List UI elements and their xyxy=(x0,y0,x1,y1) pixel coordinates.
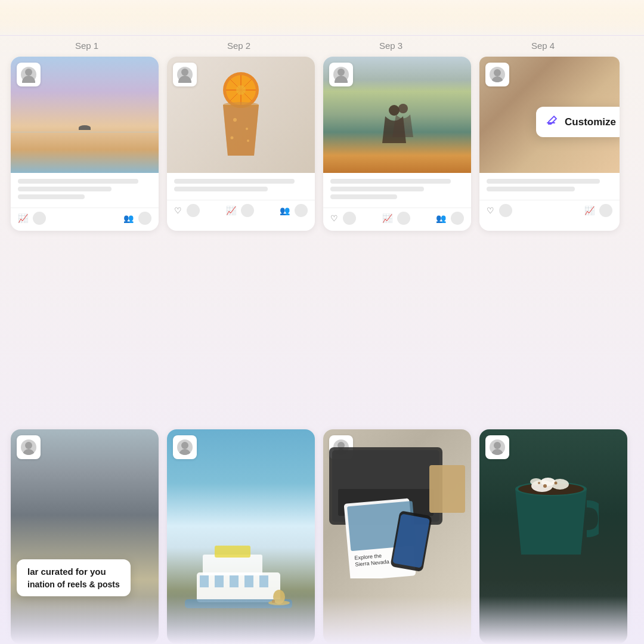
boat-svg xyxy=(185,543,292,626)
bottom-image-balcony: lar curated for you ination of reels & p… xyxy=(11,429,159,644)
text-line xyxy=(18,194,85,199)
svg-rect-16 xyxy=(203,555,262,575)
svg-point-7 xyxy=(223,102,259,108)
heart-icon[interactable]: ♡ xyxy=(330,213,338,223)
customize-label: Customize xyxy=(565,116,616,128)
card-image-yoga: Customize xyxy=(479,57,620,173)
card-body xyxy=(479,173,620,200)
footer-dot xyxy=(187,204,200,217)
footer-dot xyxy=(499,204,512,217)
avatar-badge xyxy=(329,63,353,86)
text-line xyxy=(330,179,451,184)
svg-rect-20 xyxy=(215,575,224,587)
text-line xyxy=(487,187,575,191)
heart-icon[interactable]: ♡ xyxy=(174,206,182,215)
text-line xyxy=(330,187,424,191)
svg-point-12 xyxy=(389,105,400,116)
card-body xyxy=(167,173,315,200)
text-line xyxy=(174,187,268,191)
text-line xyxy=(18,187,112,191)
svg-rect-14 xyxy=(547,122,555,123)
bottom-card-sep2 xyxy=(167,429,315,644)
svg-point-42 xyxy=(543,484,547,488)
bottom-tooltip: lar curated for you ination of reels & p… xyxy=(17,559,131,596)
bottom-card-sep4 xyxy=(479,429,627,644)
text-lines xyxy=(18,179,151,199)
svg-point-8 xyxy=(233,118,237,122)
svg-point-9 xyxy=(246,128,248,130)
svg-point-44 xyxy=(538,482,540,484)
chart-icon[interactable]: 📈 xyxy=(226,206,236,215)
svg-rect-22 xyxy=(244,575,253,587)
footer-dot xyxy=(295,204,308,217)
text-line xyxy=(487,179,600,184)
text-line xyxy=(174,179,295,184)
date-headers: Sep 1 Sep 2 Sep 3 Sep 4 xyxy=(11,41,633,57)
svg-rect-17 xyxy=(215,546,250,558)
card-sep2: ♡ 📈 👥 xyxy=(167,57,315,231)
footer-dot xyxy=(343,212,356,225)
svg-rect-19 xyxy=(200,575,209,587)
svg-point-40 xyxy=(541,478,555,486)
footer-dot xyxy=(33,212,46,225)
people-icon[interactable]: 👥 xyxy=(123,213,134,223)
chart-icon[interactable]: 📈 xyxy=(382,213,392,223)
people-icon[interactable]: 👥 xyxy=(280,206,290,215)
card-sep3: ♡ 📈 👥 xyxy=(323,57,471,231)
svg-rect-26 xyxy=(272,600,275,603)
chart-icon[interactable]: 📈 xyxy=(18,213,28,223)
footer-dot xyxy=(138,212,151,225)
bottom-row: lar curated for you ination of reels & p… xyxy=(0,429,644,644)
bottom-image-cocoa xyxy=(479,429,627,644)
chart-icon[interactable]: 📈 xyxy=(584,206,595,215)
date-sep3: Sep 3 xyxy=(315,41,467,51)
bottom-card-sep3: Explore the Sierra Nevada xyxy=(323,429,471,644)
horizon-line xyxy=(11,132,159,132)
text-lines xyxy=(174,179,308,191)
svg-rect-23 xyxy=(259,575,268,587)
row1-cards: 📈 👥 xyxy=(11,57,633,231)
avatar-badge xyxy=(17,63,41,86)
tooltip-line2: ination of reels & posts xyxy=(27,580,120,589)
top-navigation-bar xyxy=(0,0,644,36)
couple-svg xyxy=(373,101,421,161)
bottom-image-magazine: Explore the Sierra Nevada xyxy=(323,429,471,644)
hat-decoration xyxy=(267,588,291,608)
kraft-card xyxy=(429,465,465,513)
boat-silhouette xyxy=(79,125,91,130)
content-area: Sep 1 Sep 2 Sep 3 Sep 4 xyxy=(0,36,644,239)
bottom-cards: lar curated for you ination of reels & p… xyxy=(11,429,633,644)
avatar-badge xyxy=(17,435,41,459)
footer-dot xyxy=(451,212,464,225)
text-lines xyxy=(330,179,464,199)
card-footer: ♡ 📈 👥 xyxy=(323,208,471,231)
customize-icon xyxy=(546,114,559,130)
footer-dot xyxy=(241,204,254,217)
svg-point-10 xyxy=(231,136,234,139)
date-sep4: Sep 4 xyxy=(467,41,619,51)
card-body xyxy=(323,173,471,208)
svg-point-6 xyxy=(236,85,246,95)
heart-icon[interactable]: ♡ xyxy=(487,206,494,215)
card-footer: ♡ 📈 xyxy=(479,200,620,223)
date-sep2: Sep 2 xyxy=(163,41,315,51)
people-icon[interactable]: 👥 xyxy=(436,213,446,223)
footer-dot xyxy=(599,204,612,217)
date-sep1: Sep 1 xyxy=(11,41,163,51)
avatar-badge xyxy=(173,435,197,459)
card-sep4: Customize ♡ 📈 xyxy=(479,57,620,231)
card-image-sunset xyxy=(11,57,159,173)
text-line xyxy=(18,179,138,184)
customize-tooltip[interactable]: Customize xyxy=(536,107,620,137)
card-footer: 📈 👥 xyxy=(11,208,159,231)
avatar-badge xyxy=(173,63,197,86)
card-body xyxy=(11,173,159,208)
card-image-drink xyxy=(167,57,315,173)
bottom-card-sep1: lar curated for you ination of reels & p… xyxy=(11,429,159,644)
svg-point-11 xyxy=(247,140,249,142)
tooltip-line1: lar curated for you xyxy=(27,566,120,577)
drink-svg xyxy=(205,72,277,168)
svg-point-13 xyxy=(398,104,408,113)
bottom-image-boat xyxy=(167,429,315,644)
card-sep1: 📈 👥 xyxy=(11,57,159,231)
